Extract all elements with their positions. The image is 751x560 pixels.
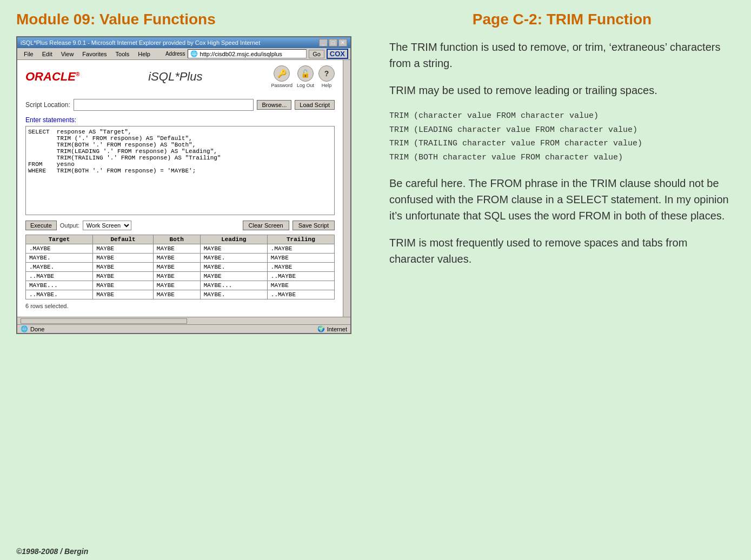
right-paragraph-4: TRIM is most frequently used to remove s… (389, 235, 735, 267)
col-header-target: Target (26, 235, 93, 244)
syntax-line-3: TRIM (TRAILING character value FROM char… (389, 137, 735, 151)
bottom-scrollbar[interactable] (17, 317, 350, 324)
table-cell: .MAYBE (267, 244, 334, 254)
table-row: .MAYBEMAYBEMAYBEMAYBE.MAYBE (26, 244, 335, 254)
table-cell: MAYBE (93, 290, 154, 299)
browser-window: iSQL*Plus Release 9.0.1 - Microsoft Inte… (16, 36, 351, 334)
table-cell: MAYBE... (200, 281, 267, 290)
rows-selected: 6 rows selected. (25, 303, 335, 309)
right-panel: Page C-2: TRIM Function The TRIM functio… (368, 11, 735, 532)
table-cell: ..MAYBE (267, 272, 334, 281)
load-script-button[interactable]: Load Script (295, 100, 335, 110)
close-button[interactable]: ✕ (338, 39, 347, 46)
script-location-input[interactable] (74, 99, 254, 111)
table-cell: MAYBE. (200, 263, 267, 272)
menu-favorites[interactable]: Favorites (78, 50, 111, 58)
logout-icon-group[interactable]: 🔓 Log Out (297, 65, 314, 88)
table-cell: MAYBE. (26, 254, 93, 263)
table-row: ..MAYBE.MAYBEMAYBEMAYBE...MAYBE (26, 290, 335, 299)
table-cell: MAYBE (93, 244, 154, 254)
browser-inner: ORACLE® iSQL*Plus 🔑 Password 🔓 (17, 60, 343, 317)
browse-button[interactable]: Browse... (257, 100, 291, 110)
execute-row: Execute Output: Work Screen Clear Screen… (25, 221, 335, 230)
right-paragraph-1: The TRIM function is used to remove, or … (389, 39, 735, 71)
help-icon-group[interactable]: ? Help (318, 65, 335, 88)
address-bar: 🌐 http://cisdb02.msjc.edu/isqlplus (188, 49, 307, 58)
internet-icon: 🌍 (317, 325, 325, 332)
table-row: MAYBE...MAYBEMAYBEMAYBE...MAYBE (26, 281, 335, 290)
help-label: Help (322, 83, 332, 88)
clear-screen-button[interactable]: Clear Screen (243, 221, 289, 230)
table-cell: MAYBE (153, 272, 200, 281)
header-icons: 🔑 Password 🔓 Log Out ? Help (271, 65, 335, 88)
status-text: Done (30, 326, 44, 332)
help-icon: ? (318, 65, 335, 82)
internet-label: Internet (327, 326, 347, 332)
script-location-label: Script Location: (25, 101, 70, 109)
table-row: ..MAYBEMAYBEMAYBEMAYBE..MAYBE (26, 272, 335, 281)
isqlplus-header: ORACLE® iSQL*Plus 🔑 Password 🔓 (25, 65, 335, 91)
logout-label: Log Out (297, 83, 314, 88)
table-cell: ..MAYBE (26, 272, 93, 281)
save-script-button[interactable]: Save Script (293, 221, 335, 230)
minimize-button[interactable]: _ (319, 39, 328, 46)
content-with-scrollbar: ORACLE® iSQL*Plus 🔑 Password 🔓 (17, 60, 350, 317)
table-cell: MAYBE... (26, 281, 93, 290)
sql-textarea[interactable] (25, 126, 335, 215)
right-scrollbar[interactable] (343, 60, 350, 317)
table-cell: MAYBE. (200, 290, 267, 299)
menu-view[interactable]: View (57, 50, 78, 58)
table-cell: MAYBE (153, 290, 200, 299)
right-title: Page C-2: TRIM Function (389, 11, 735, 28)
address-icon: 🌐 (190, 50, 198, 57)
right-paragraph-3: Be careful here. The FROM phrase in the … (389, 175, 735, 224)
address-url[interactable]: http://cisdb02.msjc.edu/isqlplus (200, 51, 282, 57)
output-select[interactable]: Work Screen (83, 221, 131, 230)
table-cell: MAYBE (93, 254, 154, 263)
table-cell: MAYBE (153, 254, 200, 263)
execute-button[interactable]: Execute (25, 221, 57, 230)
browser-titlebar: iSQL*Plus Release 9.0.1 - Microsoft Inte… (17, 37, 350, 48)
col-header-both: Both (153, 235, 200, 244)
password-icon-group[interactable]: 🔑 Password (271, 65, 293, 88)
syntax-block: TRIM (character value FROM character val… (389, 109, 735, 164)
oracle-logo: ORACLE® (25, 70, 79, 84)
syntax-line-4: TRIM (BOTH character value FROM characte… (389, 151, 735, 165)
menu-help[interactable]: Help (134, 50, 155, 58)
output-label: Output: (60, 222, 79, 229)
table-row: MAYBE.MAYBEMAYBEMAYBE.MAYBE (26, 254, 335, 263)
table-cell: MAYBE (267, 281, 334, 290)
table-cell: MAYBE (153, 281, 200, 290)
table-cell: MAYBE. (200, 254, 267, 263)
table-cell: MAYBE (267, 254, 334, 263)
table-cell: .MAYBE (26, 244, 93, 254)
table-cell: .MAYBE. (26, 263, 93, 272)
browser-menubar: File Edit View Favorites Tools Help Addr… (17, 48, 350, 60)
col-header-default: Default (93, 235, 154, 244)
table-cell: MAYBE (93, 263, 154, 272)
maximize-button[interactable]: □ (329, 39, 337, 46)
address-label: Address (165, 51, 185, 57)
menu-tools[interactable]: Tools (111, 50, 134, 58)
password-label: Password (271, 83, 293, 88)
browser-title-text: iSQL*Plus Release 9.0.1 - Microsoft Inte… (21, 39, 260, 46)
syntax-line-2: TRIM (LEADING character value FROM chara… (389, 123, 735, 137)
results-table: Target Default Both Leading Trailing .MA… (25, 235, 335, 299)
enter-statements-label: Enter statements: (25, 116, 335, 124)
table-row: .MAYBE.MAYBEMAYBEMAYBE..MAYBE (26, 263, 335, 272)
cox-logo: COX (327, 49, 348, 59)
left-panel: Module 09: Value Functions iSQL*Plus Rel… (16, 11, 368, 532)
browser-content: ORACLE® iSQL*Plus 🔑 Password 🔓 (17, 60, 343, 317)
browser-controls: _ □ ✕ (319, 39, 347, 46)
table-header-row: Target Default Both Leading Trailing (26, 235, 335, 244)
menu-file[interactable]: File (19, 50, 38, 58)
table-cell: MAYBE (93, 281, 154, 290)
isql-title: iSQL*Plus (148, 70, 202, 84)
table-cell: MAYBE (200, 244, 267, 254)
go-button[interactable]: Go (309, 50, 324, 58)
table-cell: MAYBE (153, 263, 200, 272)
status-area: 🌐 Done (21, 325, 44, 332)
col-header-trailing: Trailing (267, 235, 334, 244)
table-cell: ..MAYBE. (26, 290, 93, 299)
menu-edit[interactable]: Edit (38, 50, 57, 58)
